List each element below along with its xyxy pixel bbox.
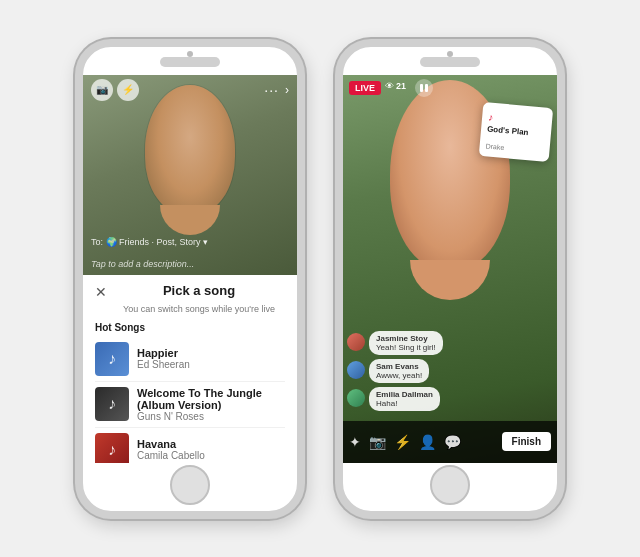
song-thumb-jungle: ♪ [95,387,129,421]
camera-icon[interactable]: 📷 [369,434,386,450]
close-button[interactable]: ✕ [95,284,107,300]
more-icon[interactable]: ··· [264,82,279,98]
pick-song-panel: ✕ Pick a song You can switch songs while… [83,275,297,463]
song-name: Havana [137,438,205,450]
chat-username: Sam Evans [376,362,422,371]
bottom-toolbar: ✦ 📷 ⚡ 👤 💬 Finish [343,421,557,463]
eye-icon: 👁 [385,81,394,91]
avatar-emilia [347,389,365,407]
song-name: Welcome To The Jungle (Album Version) [137,387,285,411]
song-item-jungle[interactable]: ♪ Welcome To The Jungle (Album Version) … [95,382,285,428]
top-icon-bar: 📷 ⚡ ··· › [83,79,297,101]
live-preview: LIVE 👁 21 ♪ God's Plan Drake Jasmine Sto… [343,75,557,463]
song-info-jungle: Welcome To The Jungle (Album Version) Gu… [137,387,285,422]
music-note-icon: ♪ [108,441,116,459]
chat-bubble-2: Sam Evans Awww, yeah! [369,359,429,383]
song-item-havana[interactable]: ♪ Havana Camila Cabello [95,428,285,463]
pick-song-subtitle: You can switch songs while you're live [123,304,275,314]
music-note-icon: ♪ [488,111,494,122]
sticker-artist: Drake [485,142,504,151]
live-badge: LIVE [349,81,381,95]
pause-button[interactable] [415,79,433,97]
chat-text: Haha! [376,399,433,408]
friend-bar[interactable]: To: 🌍 Friends · Post, Story ▾ [91,237,208,247]
avatar-sam [347,361,365,379]
song-item-happier[interactable]: ♪ Happier Ed Sheeran [95,337,285,382]
chat-text: Awww, yeah! [376,371,422,380]
song-name: Happier [137,347,190,359]
left-phone: 📷 ⚡ ··· › To: 🌍 Friends · Post, Story ▾ … [75,39,305,519]
avatar-jasmine [347,333,365,351]
camera-dot [447,51,453,57]
sparkle-icon[interactable]: ✦ [349,434,361,450]
pick-song-header: ✕ Pick a song You can switch songs while… [95,283,285,316]
chat-message-3: Emilia Dallman Haha! [347,387,553,411]
chat-bubble-3: Emilia Dallman Haha! [369,387,440,411]
chat-username: Emilia Dallman [376,390,433,399]
song-thumb-happier: ♪ [95,342,129,376]
user-icon[interactable]: 👤 [419,434,436,450]
chat-message-1: Jasmine Stoy Yeah! Sing it girl! [347,331,553,355]
face-silhouette [145,85,235,215]
camera-preview: 📷 ⚡ ··· › To: 🌍 Friends · Post, Story ▾ … [83,75,297,275]
song-thumb-havana: ♪ [95,433,129,463]
lightning-icon[interactable]: ⚡ [394,434,411,450]
chat-bubble-1: Jasmine Stoy Yeah! Sing it girl! [369,331,443,355]
song-artist: Camila Cabello [137,450,205,461]
title-group: Pick a song You can switch songs while y… [113,283,285,316]
chat-username: Jasmine Stoy [376,334,436,343]
right-phone: LIVE 👁 21 ♪ God's Plan Drake Jasmine Sto… [335,39,565,519]
song-info-havana: Havana Camila Cabello [137,438,205,461]
chevron-icon[interactable]: › [285,83,289,97]
music-note-icon: ♪ [108,350,116,368]
camera-dot [187,51,193,57]
sticker-song-title: God's Plan [487,124,546,139]
viewer-number: 21 [396,81,406,91]
left-phone-inner: 📷 ⚡ ··· › To: 🌍 Friends · Post, Story ▾ … [83,75,297,463]
chat-message-2: Sam Evans Awww, yeah! [347,359,553,383]
chat-overlay: Jasmine Stoy Yeah! Sing it girl! Sam Eva… [347,331,553,415]
song-artist: Guns N' Roses [137,411,285,422]
song-sticker[interactable]: ♪ God's Plan Drake [479,102,553,161]
camera-icon[interactable]: 📷 [91,79,113,101]
hot-songs-label: Hot Songs [95,322,285,333]
chat-text: Yeah! Sing it girl! [376,343,436,352]
song-info-happier: Happier Ed Sheeran [137,347,190,370]
comment-icon[interactable]: 💬 [444,434,461,450]
pick-song-title: Pick a song [113,283,285,298]
flash-icon[interactable]: ⚡ [117,79,139,101]
right-phone-inner: LIVE 👁 21 ♪ God's Plan Drake Jasmine Sto… [343,75,557,463]
finish-button[interactable]: Finish [502,432,551,451]
viewer-count: 👁 21 [385,81,406,91]
music-note-icon: ♪ [108,395,116,413]
add-description[interactable]: Tap to add a description... [91,259,194,269]
song-artist: Ed Sheeran [137,359,190,370]
